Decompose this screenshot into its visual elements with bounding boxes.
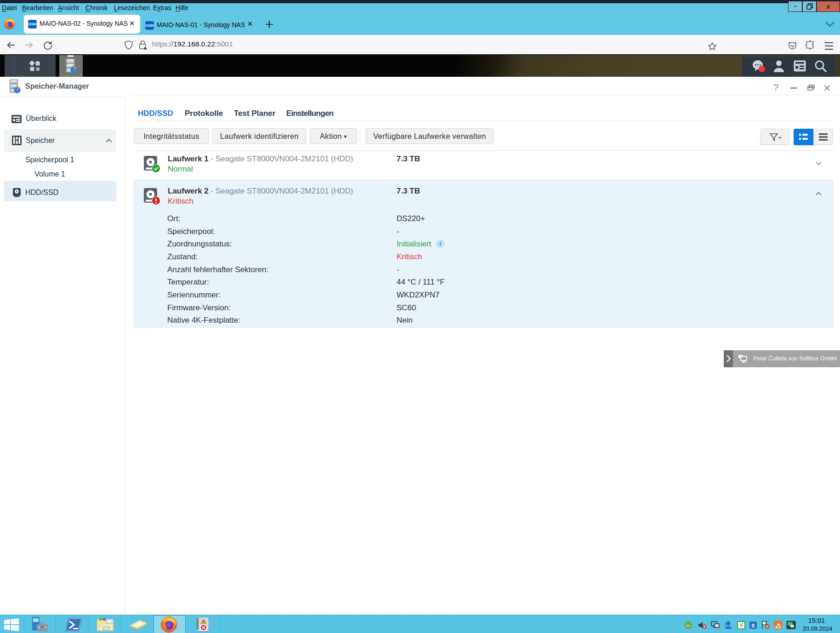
svg-text:S: S <box>751 623 755 628</box>
svg-text:sbx: sbx <box>686 624 690 627</box>
svg-text:V: V <box>740 623 743 628</box>
